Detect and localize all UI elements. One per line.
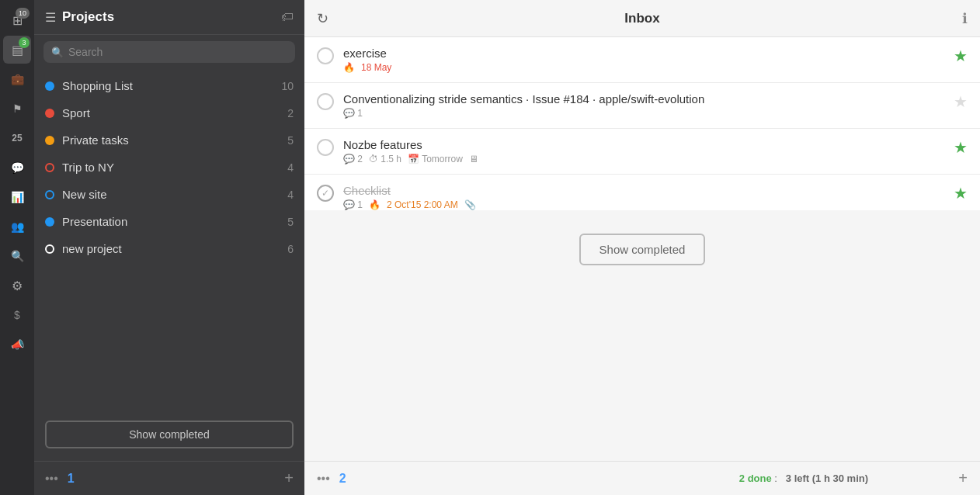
task-star[interactable]: ★ bbox=[954, 184, 968, 202]
main-title: Inbox bbox=[624, 11, 659, 26]
sidebar-item-new-site[interactable]: New site4 bbox=[34, 181, 304, 208]
people-icon[interactable]: 👥 bbox=[3, 213, 31, 241]
apps-icon[interactable]: ⊞ 10 bbox=[3, 6, 31, 34]
project-name: New site bbox=[62, 188, 287, 201]
comments-icon: 💬 1 bbox=[343, 199, 363, 210]
task-item[interactable]: Checklist💬 1🔥2 Oct'15 2:00 AM📎★ bbox=[304, 175, 980, 210]
task-body: Conventionalizing stride semantics · Iss… bbox=[343, 92, 947, 119]
task-date: 18 May bbox=[361, 62, 391, 73]
inbox-icon[interactable]: ▤ 3 bbox=[3, 36, 31, 64]
info-icon[interactable]: ℹ bbox=[962, 10, 968, 27]
task-list: exercise🔥18 May★Conventionalizing stride… bbox=[304, 37, 980, 210]
dollar-icon[interactable]: $ bbox=[3, 301, 31, 329]
task-checkbox[interactable] bbox=[317, 47, 334, 64]
project-list: Shopping List10Sport2Private tasks5Trip … bbox=[34, 69, 304, 411]
task-title: Checklist bbox=[343, 184, 947, 197]
project-count: 6 bbox=[287, 243, 294, 255]
tag-icon[interactable]: 🏷 bbox=[281, 10, 294, 24]
sidebar-title: Projects bbox=[62, 9, 281, 25]
project-name: new project bbox=[62, 242, 287, 255]
project-dot bbox=[45, 217, 54, 227]
sidebar: ☰ Projects 🏷 🔍 Shopping List10Sport2Priv… bbox=[34, 0, 304, 495]
project-name: Presentation bbox=[62, 215, 287, 228]
main-footer-status: 2 done : 3 left (1 h 30 min) bbox=[649, 472, 959, 484]
chat-icon[interactable]: 💬 bbox=[3, 154, 31, 182]
task-meta: 🔥18 May bbox=[343, 62, 947, 73]
search-nav-icon[interactable]: 🔍 bbox=[3, 242, 31, 270]
search-input[interactable] bbox=[68, 46, 287, 58]
megaphone-icon[interactable]: 📣 bbox=[3, 331, 31, 358]
task-title: Conventionalizing stride semantics · Iss… bbox=[343, 92, 947, 106]
attach-icon: 📎 bbox=[464, 199, 476, 210]
sidebar-item-new-project[interactable]: new project6 bbox=[34, 235, 304, 262]
footer-separator: : bbox=[774, 472, 777, 484]
search-container: 🔍 bbox=[34, 35, 304, 69]
sidebar-item-shopping-list[interactable]: Shopping List10 bbox=[34, 72, 304, 99]
task-body: Checklist💬 1🔥2 Oct'15 2:00 AM📎 bbox=[343, 184, 947, 210]
search-icon: 🔍 bbox=[51, 47, 64, 58]
main-add-task-button[interactable]: + bbox=[958, 469, 968, 487]
task-star[interactable]: ★ bbox=[954, 47, 968, 65]
task-date: 2 Oct'15 2:00 AM bbox=[387, 199, 458, 210]
task-checkbox[interactable] bbox=[317, 93, 334, 110]
sidebar-footer-dots[interactable]: ••• bbox=[45, 472, 58, 486]
project-count: 2 bbox=[287, 107, 294, 119]
comments-icon: 💬 2 bbox=[343, 154, 363, 164]
task-item[interactable]: exercise🔥18 May★ bbox=[304, 37, 980, 83]
sidebar-item-presentation[interactable]: Presentation5 bbox=[34, 208, 304, 235]
show-completed-main-container: Show completed bbox=[304, 210, 980, 289]
project-name: Private tasks bbox=[62, 133, 287, 147]
sidebar-add-project-button[interactable]: + bbox=[284, 469, 294, 487]
sidebar-page-number: 1 bbox=[68, 472, 285, 486]
chart-icon[interactable]: 📊 bbox=[3, 183, 31, 211]
task-body: exercise🔥18 May bbox=[343, 47, 947, 73]
project-dot bbox=[45, 244, 54, 254]
refresh-icon[interactable]: ↻ bbox=[317, 10, 328, 27]
gear-icon[interactable]: ⚙ bbox=[3, 272, 31, 299]
project-name: Trip to NY bbox=[62, 161, 287, 174]
task-title: Nozbe features bbox=[343, 138, 947, 151]
sidebar-item-trip-to-ny[interactable]: Trip to NY4 bbox=[34, 154, 304, 181]
sidebar-header: ☰ Projects 🏷 bbox=[34, 0, 304, 35]
task-meta: 💬 2⏱ 1.5 h📅 Tomorrow🖥 bbox=[343, 154, 947, 164]
main-show-completed-button[interactable]: Show completed bbox=[579, 234, 706, 265]
sidebar-menu-icon: ☰ bbox=[45, 10, 56, 25]
project-count: 10 bbox=[281, 80, 294, 92]
task-item[interactable]: Nozbe features💬 2⏱ 1.5 h📅 Tomorrow🖥★ bbox=[304, 129, 980, 175]
project-count: 4 bbox=[287, 189, 294, 201]
sidebar-item-sport[interactable]: Sport2 bbox=[34, 99, 304, 126]
flag-icon[interactable]: ⚑ bbox=[3, 95, 31, 123]
project-dot bbox=[45, 163, 54, 172]
calendar-meta-icon: 📅 Tomorrow bbox=[408, 154, 463, 164]
search-box[interactable]: 🔍 bbox=[43, 41, 295, 63]
screen-icon: 🖥 bbox=[469, 154, 478, 164]
time-icon: ⏱ 1.5 h bbox=[369, 154, 401, 164]
nav-icon-bar: ⊞ 10 ▤ 3 💼 ⚑ 25 💬 📊 👥 🔍 ⚙ $ 📣 bbox=[0, 0, 34, 495]
fire-icon: 🔥 bbox=[369, 199, 381, 210]
calendar-icon[interactable]: 25 bbox=[3, 124, 31, 152]
task-item[interactable]: Conventionalizing stride semantics · Iss… bbox=[304, 83, 980, 129]
main-header: ↻ Inbox ℹ bbox=[304, 0, 980, 37]
task-body: Nozbe features💬 2⏱ 1.5 h📅 Tomorrow🖥 bbox=[343, 138, 947, 164]
main-footer: ••• 2 2 done : 3 left (1 h 30 min) + bbox=[304, 461, 980, 495]
sidebar-show-completed-button[interactable]: Show completed bbox=[45, 421, 294, 448]
task-checkbox[interactable] bbox=[317, 139, 334, 156]
project-name: Shopping List bbox=[62, 79, 281, 92]
sidebar-item-private-tasks[interactable]: Private tasks5 bbox=[34, 126, 304, 154]
task-title: exercise bbox=[343, 47, 947, 60]
task-meta: 💬 1🔥2 Oct'15 2:00 AM📎 bbox=[343, 199, 947, 210]
task-star[interactable]: ★ bbox=[954, 92, 968, 111]
project-dot bbox=[45, 81, 54, 91]
project-name: Sport bbox=[62, 106, 287, 119]
project-count: 4 bbox=[287, 161, 294, 174]
task-meta: 💬 1 bbox=[343, 108, 947, 119]
briefcase-icon[interactable]: 💼 bbox=[3, 65, 31, 93]
project-dot bbox=[45, 190, 54, 199]
apps-badge: 10 bbox=[16, 8, 30, 19]
task-star[interactable]: ★ bbox=[954, 138, 968, 157]
task-checkbox[interactable] bbox=[317, 185, 334, 202]
project-count: 5 bbox=[287, 216, 294, 228]
project-count: 5 bbox=[287, 134, 294, 147]
main-footer-dots[interactable]: ••• bbox=[317, 472, 330, 486]
project-dot bbox=[45, 109, 54, 118]
